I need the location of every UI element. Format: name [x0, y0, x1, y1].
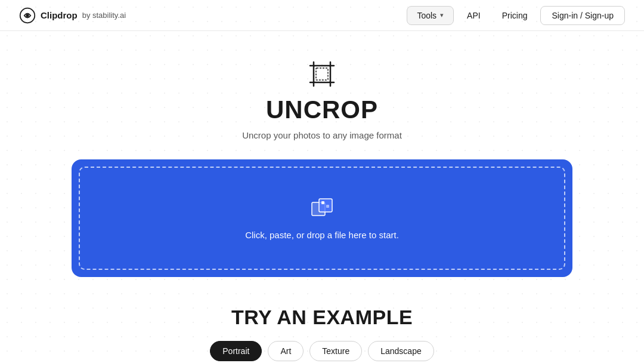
logo-brand-text: Clipdrop	[41, 10, 78, 20]
svg-rect-14	[321, 201, 324, 204]
example-filters: PortraitArtTextureLandscape	[210, 341, 434, 361]
chevron-down-icon: ▾	[440, 11, 444, 19]
tools-label: Tools	[417, 11, 436, 20]
filter-btn-art[interactable]: Art	[268, 341, 304, 361]
pricing-link[interactable]: Pricing	[494, 7, 536, 24]
logo-area: Clipdrop by stability.ai	[19, 7, 126, 24]
filter-btn-portrait[interactable]: Portrait	[210, 341, 262, 361]
tools-button[interactable]: Tools ▾	[407, 6, 454, 25]
filter-btn-landscape[interactable]: Landscape	[368, 341, 434, 361]
file-upload-icon	[309, 196, 335, 222]
example-section-title: TRY AN EXAMPLE	[231, 306, 413, 329]
page-subtitle: Uncrop your photos to any image format	[242, 130, 402, 140]
svg-rect-15	[326, 205, 329, 208]
clipdrop-logo-icon	[19, 7, 36, 24]
svg-rect-3	[316, 68, 328, 80]
nav-area: Tools ▾ API Pricing Sign-in / Sign-up	[407, 6, 625, 25]
svg-point-1	[26, 14, 29, 17]
page-title: UNCROP	[266, 96, 378, 124]
example-section: TRY AN EXAMPLE PortraitArtTextureLandsca…	[0, 306, 644, 363]
header: Clipdrop by stability.ai Tools ▾ API Pri…	[0, 0, 644, 31]
drop-zone-label: Click, paste, or drop a file here to sta…	[245, 230, 399, 240]
filter-btn-texture[interactable]: Texture	[309, 341, 362, 361]
signin-button[interactable]: Sign-in / Sign-up	[540, 6, 625, 25]
main-content: UNCROP Uncrop your photos to any image f…	[0, 31, 644, 363]
logo-by-text: by stability.ai	[82, 11, 126, 20]
drop-zone[interactable]: Click, paste, or drop a file here to sta…	[79, 167, 565, 270]
uncrop-tool-icon	[308, 60, 336, 88]
drop-zone-wrapper[interactable]: Click, paste, or drop a file here to sta…	[72, 159, 572, 277]
api-link[interactable]: API	[459, 7, 489, 24]
svg-rect-13	[319, 199, 332, 212]
